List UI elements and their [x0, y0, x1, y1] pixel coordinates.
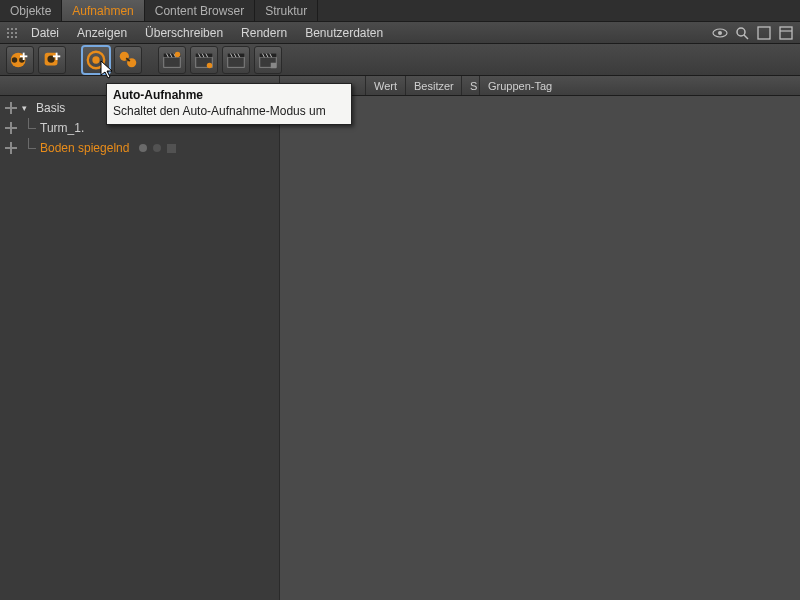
column-besitzer[interactable]: Besitzer — [406, 76, 462, 95]
auto-record-button[interactable] — [82, 46, 110, 74]
svg-rect-11 — [20, 55, 27, 57]
column-wert[interactable]: Wert — [366, 76, 406, 95]
object-tree[interactable]: ▾ Basis Turm_1. Boden spiegelnd — [0, 96, 280, 600]
clapper-4-button[interactable] — [254, 46, 282, 74]
svg-line-20 — [126, 58, 130, 61]
eye-icon[interactable] — [712, 25, 728, 41]
search-icon[interactable] — [734, 25, 750, 41]
branch-icon — [22, 138, 36, 158]
square-icon[interactable] — [167, 144, 176, 153]
clapper-3-button[interactable] — [222, 46, 250, 74]
branch-icon — [22, 118, 36, 138]
tooltip: Auto-Aufnahme Schaltet den Auto-Aufnahme… — [106, 83, 352, 125]
tree-row-boden[interactable]: Boden spiegelnd — [0, 138, 279, 158]
target-icon[interactable] — [4, 121, 18, 135]
tree-label: Boden spiegelnd — [40, 141, 129, 155]
menu-anzeigen[interactable]: Anzeigen — [68, 26, 136, 40]
panel-tabs: Objekte Aufnahmen Content Browser Strukt… — [0, 0, 800, 22]
clapper-1-button[interactable] — [158, 46, 186, 74]
tab-aufnahmen[interactable]: Aufnahmen — [62, 0, 144, 21]
window-icon[interactable] — [756, 25, 772, 41]
dot-icon[interactable] — [153, 144, 161, 152]
target-icon[interactable] — [4, 101, 18, 115]
tree-label: Turm_1. — [40, 121, 84, 135]
svg-line-3 — [744, 35, 748, 39]
hierarchy-auto-button[interactable] — [114, 46, 142, 74]
main-area: ▾ Basis Turm_1. Boden spiegelnd — [0, 96, 800, 600]
tree-label: Basis — [36, 101, 65, 115]
track-icons[interactable] — [139, 144, 176, 153]
menu-ueberschreiben[interactable]: Überschreiben — [136, 26, 232, 40]
keyframe-add-button[interactable] — [38, 46, 66, 74]
menu-datei[interactable]: Datei — [22, 26, 68, 40]
tab-content-browser[interactable]: Content Browser — [145, 0, 255, 21]
svg-rect-21 — [164, 57, 181, 67]
target-icon[interactable] — [4, 141, 18, 155]
svg-point-2 — [737, 28, 745, 36]
svg-point-26 — [175, 51, 181, 57]
dot-icon[interactable] — [139, 144, 147, 152]
svg-rect-33 — [228, 57, 245, 67]
collapse-icon[interactable]: ▾ — [22, 103, 32, 113]
clapper-2-button[interactable] — [190, 46, 218, 74]
svg-rect-43 — [271, 62, 277, 68]
svg-point-1 — [718, 31, 722, 35]
content-area[interactable] — [280, 96, 800, 600]
svg-rect-5 — [780, 27, 792, 39]
tooltip-desc: Schaltet den Auto-Aufnahme-Modus um — [113, 104, 345, 118]
menu-rendern[interactable]: Rendern — [232, 26, 296, 40]
svg-point-32 — [207, 62, 213, 68]
panel-grip-icon[interactable] — [6, 28, 22, 38]
record-add-button[interactable] — [6, 46, 34, 74]
tab-struktur[interactable]: Struktur — [255, 0, 318, 21]
svg-point-8 — [12, 57, 18, 63]
svg-point-17 — [92, 56, 99, 63]
svg-rect-4 — [758, 27, 770, 39]
menu-benutzerdaten[interactable]: Benutzerdaten — [296, 26, 392, 40]
column-gruppen-tag[interactable]: Gruppen-Tag — [480, 76, 800, 95]
tab-objekte[interactable]: Objekte — [0, 0, 62, 21]
svg-rect-15 — [53, 55, 60, 57]
tooltip-title: Auto-Aufnahme — [113, 88, 345, 102]
menu-bar: Datei Anzeigen Überschreiben Rendern Ben… — [0, 22, 800, 44]
column-s[interactable]: S — [462, 76, 480, 95]
panel-icon[interactable] — [778, 25, 794, 41]
toolbar — [0, 44, 800, 76]
